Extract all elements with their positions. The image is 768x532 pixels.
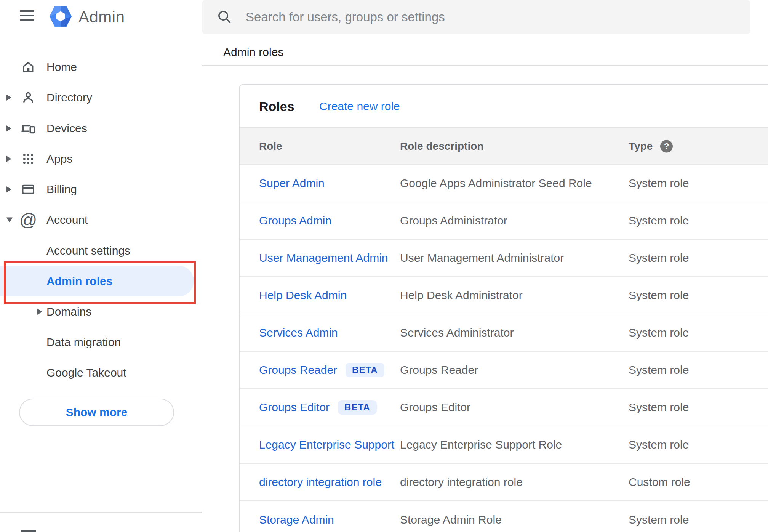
chevron-right-icon [6, 95, 11, 101]
role-type: System role [629, 252, 689, 264]
sidebar-item-label: Domains [46, 305, 91, 318]
at-sign-icon: @ [21, 212, 36, 228]
roles-card-header: Roles Create new role [240, 85, 768, 127]
content-divider [202, 65, 768, 66]
table-row: Super Admin Google Apps Administrator Se… [240, 165, 768, 202]
sidebar-item-label: Devices [46, 122, 87, 135]
role-description: Groups Administrator [400, 214, 507, 227]
role-description: directory integration role [400, 476, 523, 489]
search-input[interactable]: Search for users, groups or settings [202, 0, 750, 34]
sidebar-bottom-divider [0, 512, 202, 513]
search-icon [216, 8, 233, 27]
role-link[interactable]: Help Desk Admin [259, 289, 347, 302]
hamburger-menu-icon[interactable] [20, 10, 34, 21]
credit-card-icon [21, 182, 36, 197]
column-header-role-description: Role description [400, 140, 483, 152]
show-more-label: Show more [66, 406, 128, 419]
role-description: Groups Editor [400, 401, 470, 414]
sidebar-item-label: Data migration [46, 336, 121, 349]
sidebar-item-label: Home [46, 61, 77, 74]
chevron-right-icon [6, 125, 11, 131]
table-row: Groups Admin Groups Administrator System… [240, 202, 768, 240]
app-title: Admin [78, 8, 125, 26]
admin-logo[interactable]: Admin [49, 5, 125, 29]
role-link[interactable]: Groups Editor [259, 401, 330, 414]
help-icon[interactable]: ? [660, 140, 673, 152]
table-row: directory integration role directory int… [240, 464, 768, 501]
devices-icon [21, 121, 36, 136]
sidebar-item-label: Account [46, 213, 88, 226]
sidebar-item-apps[interactable]: Apps [0, 144, 202, 174]
sidebar-item-admin-roles[interactable]: Admin roles [0, 266, 202, 296]
table-row: Help Desk Admin Help Desk Administrator … [240, 277, 768, 314]
role-link[interactable]: Groups Reader [259, 364, 337, 377]
column-header-role: Role [259, 140, 282, 152]
role-type: System role [629, 513, 689, 526]
role-type: System role [629, 438, 689, 451]
role-link[interactable]: Groups Admin [259, 214, 331, 227]
beta-badge: BETA [346, 363, 384, 377]
role-link[interactable]: Super Admin [259, 177, 325, 190]
role-link[interactable]: directory integration role [259, 476, 382, 489]
search-placeholder: Search for users, groups or settings [246, 10, 445, 24]
sidebar-item-label: Apps [46, 152, 72, 165]
partial-clipped-icon [21, 530, 36, 532]
chevron-right-icon [37, 309, 42, 315]
role-description: Groups Reader [400, 364, 478, 377]
sidebar-item-devices[interactable]: Devices [0, 113, 202, 144]
role-description: Legacy Enterprise Support Role [400, 438, 562, 451]
sidebar-item-label: Admin roles [46, 275, 112, 288]
sidebar: Admin Home Directory [0, 0, 202, 532]
role-type: System role [629, 177, 689, 190]
role-link[interactable]: Storage Admin [259, 513, 334, 526]
sidebar-item-label: Account settings [46, 244, 130, 257]
breadcrumb: Admin roles [223, 46, 283, 59]
role-description: Google Apps Administrator Seed Role [400, 177, 592, 190]
table-row: Storage Admin Storage Admin Role System … [240, 501, 768, 532]
sidebar-item-label: Directory [46, 91, 92, 104]
role-type: Custom role [629, 476, 690, 489]
sidebar-item-home[interactable]: Home [0, 52, 202, 82]
admin-console-screen: Admin Home Directory [0, 0, 768, 532]
apps-grid-icon [21, 151, 36, 167]
chevron-right-icon [6, 156, 11, 162]
sidebar-item-billing[interactable]: Billing [0, 174, 202, 205]
role-type: System role [629, 401, 689, 414]
sidebar-item-account-settings[interactable]: Account settings [0, 236, 202, 266]
table-header-row: Role Role description Type ? [240, 127, 768, 165]
card-title: Roles [259, 99, 294, 114]
sidebar-item-domains[interactable]: Domains [0, 296, 202, 327]
create-new-role-link[interactable]: Create new role [319, 100, 400, 113]
sidebar-item-label: Google Takeout [46, 366, 126, 379]
table-row: User Management Admin User Management Ad… [240, 240, 768, 277]
role-type: System role [629, 326, 689, 339]
role-link[interactable]: Services Admin [259, 326, 338, 339]
person-icon [21, 90, 36, 105]
show-more-button[interactable]: Show more [19, 399, 174, 426]
roles-card: Roles Create new role Role Role descript… [239, 84, 768, 532]
role-type: System role [629, 364, 689, 377]
chevron-right-icon [6, 186, 11, 192]
role-description: Storage Admin Role [400, 513, 502, 526]
sidebar-item-google-takeout[interactable]: Google Takeout [0, 357, 202, 388]
role-description: Services Administrator [400, 326, 514, 339]
table-row: Legacy Enterprise Support Legacy Enterpr… [240, 426, 768, 464]
sidebar-item-account[interactable]: @ Account [0, 205, 202, 235]
role-link[interactable]: Legacy Enterprise Support [259, 438, 394, 451]
sidebar-item-data-migration[interactable]: Data migration [0, 327, 202, 357]
role-type: System role [629, 214, 689, 227]
beta-badge: BETA [338, 400, 377, 415]
admin-logo-icon [49, 5, 72, 29]
home-icon [21, 59, 36, 75]
sidebar-item-label: Billing [46, 183, 77, 196]
column-header-type: Type ? [629, 140, 673, 152]
table-row: Services Admin Services Administrator Sy… [240, 314, 768, 352]
sidebar-item-directory[interactable]: Directory [0, 82, 202, 113]
role-type: System role [629, 289, 689, 302]
role-description: Help Desk Administrator [400, 289, 523, 302]
table-row: Groups Editor BETA Groups Editor System … [240, 389, 768, 426]
role-link[interactable]: User Management Admin [259, 252, 388, 264]
table-row: Groups Reader BETA Groups Reader System … [240, 352, 768, 389]
role-description: User Management Administrator [400, 252, 564, 264]
chevron-down-icon [6, 218, 13, 223]
